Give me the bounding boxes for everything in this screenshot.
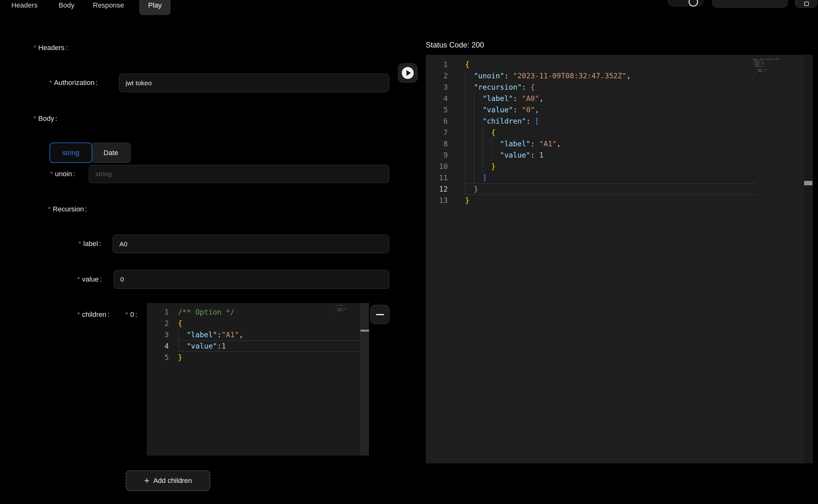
code-line-4[interactable]: 4 "label": "A0", <box>426 93 813 104</box>
remove-children-button[interactable] <box>370 305 389 324</box>
line-number: 1 <box>147 306 169 318</box>
type-option-date[interactable]: Date <box>91 143 131 163</box>
line-number: 3 <box>147 329 169 340</box>
code-line-7[interactable]: 7 { <box>426 127 813 138</box>
toolbar-icon-button[interactable] <box>795 0 817 8</box>
minus-icon <box>376 314 384 315</box>
run-request-button[interactable] <box>398 63 417 83</box>
value-input[interactable] <box>114 270 389 289</box>
label-input[interactable] <box>113 235 389 253</box>
code-text: } <box>169 352 182 363</box>
headers-section-label: *Headers: <box>33 43 68 52</box>
code-text: { <box>169 318 182 329</box>
plus-icon: + <box>144 476 150 485</box>
line-number: 13 <box>426 195 448 206</box>
tab-play[interactable]: Play <box>139 0 171 15</box>
code-line-3[interactable]: 3 "label":"A1", <box>147 329 369 340</box>
authorization-label: *Authorization: <box>49 78 98 87</box>
value-field-label: *value: <box>77 275 102 284</box>
body-section-label: *Body: <box>33 114 57 123</box>
indent-guide <box>491 138 492 161</box>
line-number: 1 <box>426 59 448 70</box>
line-number: 10 <box>426 161 448 172</box>
line-number: 2 <box>147 318 169 329</box>
type-option-string[interactable]: string <box>49 143 92 163</box>
code-line-12[interactable]: 12 } <box>426 183 813 195</box>
code-text: "value": 1 <box>448 149 543 161</box>
required-mark: * <box>49 79 52 87</box>
code-text: /** Option */ <box>169 306 235 318</box>
editor-minimap[interactable]: { "unoin": "2023-11-09T08:32:47.352Z", "… <box>751 57 792 79</box>
code-text: "unoin": "2023-11-09T08:32:47.352Z", <box>448 70 631 81</box>
code-line-11[interactable]: 11 ] <box>426 172 813 183</box>
tab-response[interactable]: Response <box>93 1 124 9</box>
indent-guide <box>465 70 465 195</box>
code-text: "label": "A0", <box>448 93 543 104</box>
line-number: 4 <box>147 340 169 352</box>
required-mark: * <box>77 275 80 283</box>
add-children-button[interactable]: + Add children <box>126 470 210 491</box>
code-line-8[interactable]: 8 "label": "A1", <box>426 138 813 149</box>
code-text: "recursion": { <box>448 81 535 93</box>
children-field-label: *children: <box>77 310 109 319</box>
code-line-6[interactable]: 6 "children": [ <box>426 115 813 127</box>
code-line-9[interactable]: 9 "value": 1 <box>426 149 813 161</box>
editor-scrollbar-track[interactable] <box>360 303 369 456</box>
small-icon <box>804 2 809 6</box>
app-screen: Headers Body Response Play *Headers: *Au… <box>0 0 818 504</box>
tab-play-label: Play <box>148 1 162 9</box>
line-number: 2 <box>426 70 448 81</box>
indent-guide <box>483 127 483 172</box>
circle-icon <box>689 0 698 7</box>
code-line-4[interactable]: 4 "value":1 <box>147 340 369 352</box>
required-mark: * <box>78 240 81 248</box>
editor-scrollbar-thumb[interactable] <box>361 330 369 332</box>
theme-toggle-button[interactable] <box>668 0 703 6</box>
editor-minimap[interactable]: /** Option */{ "label":"A1", "value":1} <box>336 305 361 313</box>
required-mark: * <box>48 205 51 213</box>
code-line-3[interactable]: 3 "recursion": { <box>426 81 813 93</box>
code-text: ] <box>448 172 487 183</box>
line-number: 6 <box>426 115 448 127</box>
line-number: 5 <box>147 352 169 363</box>
required-mark: * <box>77 311 80 318</box>
required-mark: * <box>125 311 128 318</box>
line-number: 7 <box>426 127 448 138</box>
line-number: 5 <box>426 104 448 115</box>
required-mark: * <box>50 170 53 178</box>
status-code-text: Status Code: 200 <box>426 41 484 49</box>
unoin-input[interactable] <box>89 165 389 183</box>
code-text: "children": [ <box>448 115 539 127</box>
code-text: "label": "A1", <box>448 138 561 149</box>
code-line-5[interactable]: 5} <box>147 352 369 363</box>
required-mark: * <box>33 44 36 52</box>
line-number: 12 <box>426 183 448 195</box>
code-text: } <box>448 161 496 172</box>
line-number: 9 <box>426 149 448 161</box>
code-line-2[interactable]: 2{ <box>147 318 369 329</box>
tab-headers[interactable]: Headers <box>11 1 37 9</box>
editor-scrollbar-thumb[interactable] <box>804 181 812 185</box>
editor-scrollbar-track[interactable] <box>804 55 813 463</box>
children-index-label: *0: <box>125 310 137 319</box>
unoin-label: *unoin: <box>50 170 75 178</box>
code-text: "value": "0", <box>448 104 539 115</box>
code-text: "label":"A1", <box>169 329 244 340</box>
code-text: { <box>448 59 469 70</box>
response-json-viewer[interactable]: 1{2 "unoin": "2023-11-09T08:32:47.352Z",… <box>426 55 813 463</box>
search-box[interactable] <box>712 0 788 8</box>
code-text: "value":1 <box>169 340 226 352</box>
line-number: 11 <box>426 172 448 183</box>
line-number: 3 <box>426 81 448 93</box>
code-line-13[interactable]: 13} <box>426 195 813 206</box>
indent-guide <box>474 93 474 183</box>
tab-body[interactable]: Body <box>59 1 74 9</box>
code-text: { <box>448 127 496 138</box>
authorization-input[interactable] <box>119 74 389 92</box>
required-mark: * <box>33 115 36 122</box>
recursion-section-label: *Recursion: <box>48 205 87 214</box>
play-icon <box>402 67 414 79</box>
code-line-10[interactable]: 10 } <box>426 161 813 172</box>
code-line-5[interactable]: 5 "value": "0", <box>426 104 813 115</box>
children-code-editor[interactable]: 1/** Option */2{3 "label":"A1",4 "value"… <box>147 303 369 456</box>
